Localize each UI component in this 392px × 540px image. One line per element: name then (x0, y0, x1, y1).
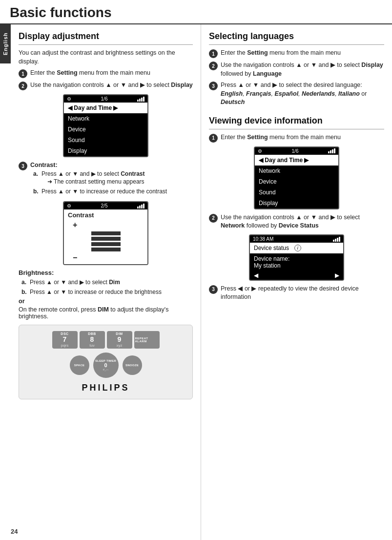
step-3: 3 Contrast: a. Press ▲ or ▼ and ▶ to sel… (19, 161, 193, 197)
brightness-b: b. Press ▲ or ▼ to increase or reduce th… (21, 288, 193, 296)
sel-step-2-circle: 2 (209, 62, 218, 70)
info-icon: i (294, 245, 301, 251)
snooze-button[interactable]: SNOOZE (123, 355, 142, 375)
dsc-button[interactable]: DSC 7 pqrs (52, 331, 78, 349)
left-column: Display adjustment You can adjust the co… (11, 24, 201, 540)
dbb-sub: tuv (89, 343, 95, 348)
screen-1-header: ⚙ 1/6 (64, 95, 147, 103)
step-1-text: Enter the Setting menu from the main men… (30, 69, 150, 78)
page-header: Basic functions (0, 0, 392, 24)
side-tab: English (0, 24, 11, 63)
step-3a-text: Press ▲ or ▼ and ▶ to select Contrast ➜ … (41, 170, 145, 187)
display-adjustment-title: Display adjustment (19, 31, 193, 42)
dim-button[interactable]: DIM 9 xyz (107, 331, 132, 349)
sel-step-2-text: Use the navigation controls ▲ or ▼ and ▶… (221, 61, 384, 78)
contrast-plus: + (73, 221, 144, 229)
step-3a-arrow: ➜ The contrast setting menu appears (47, 178, 145, 186)
step-3-sub: a. Press ▲ or ▼ and ▶ to select Contrast… (33, 170, 193, 196)
dim-sub: xyz (117, 343, 123, 348)
snooze-label: SNOOZE (125, 364, 139, 367)
screen-1-item-dayandtime: ◀ Day and Time ▶ (64, 103, 147, 113)
brightness-a: a. Press ▲ or ▼ and ▶ to select Dim (21, 278, 193, 287)
contrast-bar-1 (91, 231, 121, 235)
view-step-1-text: Enter the Setting menu from the main men… (221, 133, 341, 142)
sel-step-1-text: Enter the Setting menu from the main men… (221, 49, 341, 58)
status-nav: ◀ ▶ (250, 271, 343, 280)
step-2-circle: 2 (19, 82, 27, 90)
status-header: 10:38 AM (250, 235, 343, 243)
view-step-2-circle: 2 (209, 214, 218, 223)
view-step-2: 2 Use the navigation controls ▲ or ▼ and… (209, 213, 384, 230)
contrast-bars (91, 231, 121, 251)
step-2-text: Use the navigation controls ▲ or ▼ and ▶… (30, 81, 193, 90)
screen-1-item-sound: Sound (64, 135, 147, 145)
screen-right-1-device: Device (255, 176, 338, 187)
sleep-timer-button[interactable]: SLEEP TIMER 0 #_–: (93, 353, 119, 378)
status-nav-right: ▶ (335, 272, 339, 279)
dbb-button[interactable]: DBB 8 tuv (80, 331, 105, 349)
step-3a: a. Press ▲ or ▼ and ▶ to select Contrast… (33, 170, 193, 187)
sel-step-3: 3 Press ▲ or ▼ and ▶ to select the desir… (209, 81, 384, 107)
dsc-label: DSC (61, 332, 68, 335)
gear-icon-2: ⚙ (67, 203, 71, 208)
contrast-header: ⚙ 2/5 (64, 202, 147, 209)
page: Basic functions English Display adjustme… (0, 0, 392, 540)
viewing-device-title: Viewing device information (209, 116, 384, 126)
brightness-sub: a. Press ▲ or ▼ and ▶ to select Dim b. P… (21, 278, 193, 296)
screen-right-1: ⚙ 1/6 ◀ Day and Time ▶ Network Device So… (254, 146, 339, 209)
contrast-bar-3 (91, 242, 121, 246)
screen-right-1-dayandtime: ◀ Day and Time ▶ (255, 155, 338, 166)
repeat-alarm-button[interactable]: REPEAT ALARM (134, 331, 160, 349)
space-button[interactable]: SPACE (70, 355, 89, 375)
contrast-body: Contrast + − (64, 209, 147, 264)
screen-right-1-header: ⚙ 1/6 (255, 147, 338, 155)
sel-step-1: 1 Enter the Setting menu from the main m… (209, 49, 384, 58)
dbb-char: 8 (90, 335, 94, 343)
step-1: 1 Enter the Setting menu from the main m… (19, 69, 193, 78)
contrast-counter: 2/5 (101, 203, 108, 208)
sleep-timer-sub: #_–: (103, 368, 109, 371)
dim-label: DIM (116, 332, 123, 335)
brightness-or-text: On the remote control, press DIM to adju… (19, 306, 193, 320)
sleep-timer-char: 0 (104, 362, 107, 368)
repeat-alarm-label: REPEAT ALARM (135, 337, 159, 343)
brightness-a-label: a. (21, 278, 28, 287)
view-step-3-text: Press ◀ or ▶ repeatedly to view the desi… (221, 285, 384, 302)
view-step-3: 3 Press ◀ or ▶ repeatedly to view the de… (209, 285, 384, 302)
step-2: 2 Use the navigation controls ▲ or ▼ and… (19, 81, 193, 90)
status-screen: 10:38 AM Device status i Device name:My … (249, 234, 344, 281)
status-item-2: Device name:My station (250, 253, 343, 271)
status-item-2-content: Device name:My station (254, 255, 289, 269)
view-step-1: 1 Enter the Setting menu from the main m… (209, 133, 384, 143)
selecting-languages-title: Selecting languages (209, 31, 384, 42)
screen-right-1-display: Display (255, 198, 338, 208)
screen-right-1-sound: Sound (255, 187, 338, 198)
status-nav-left: ◀ (254, 272, 258, 279)
screen-1: ⚙ 1/6 ◀ Day and Time ▶ Network Device So… (63, 94, 148, 157)
signal-icon-status (333, 236, 340, 242)
dim-char: 9 (118, 335, 122, 343)
dsc-char: 7 (63, 335, 67, 343)
dbb-label: DBB (88, 332, 96, 335)
screen-right-1-network: Network (255, 166, 338, 176)
gear-icon-right: ⚙ (258, 148, 262, 154)
screen-right-1-counter: 1/6 (292, 148, 299, 154)
status-time: 10:38 AM (253, 236, 273, 242)
step-3-circle: 3 (19, 162, 27, 170)
philips-logo: PHILIPS (82, 383, 129, 393)
sel-step-2: 2 Use the navigation controls ▲ or ▼ and… (209, 61, 384, 78)
brightness-b-text: Press ▲ or ▼ to increase or reduce the b… (30, 288, 162, 296)
signal-icon-right (328, 148, 335, 153)
brightness-a-text: Press ▲ or ▼ and ▶ to select Dim (30, 278, 120, 287)
right-column: Selecting languages 1 Enter the Setting … (201, 24, 392, 540)
contrast-bar-4 (91, 248, 121, 251)
screen-1-item-display: Display (64, 145, 147, 156)
step-3a-label: a. (33, 170, 40, 178)
sel-step-3-text: Press ▲ or ▼ and ▶ to select the desired… (221, 81, 384, 107)
remote-control-area: DSC 7 pqrs DBB 8 tuv DIM 9 xyz (19, 325, 193, 399)
signal-icon (137, 97, 144, 102)
gear-icon: ⚙ (67, 96, 71, 102)
remote-grid: DSC 7 pqrs DBB 8 tuv DIM 9 xyz (52, 331, 160, 349)
brightness-title: Brightness: (19, 269, 193, 276)
contrast-screen: ⚙ 2/5 Contrast + (63, 201, 148, 265)
